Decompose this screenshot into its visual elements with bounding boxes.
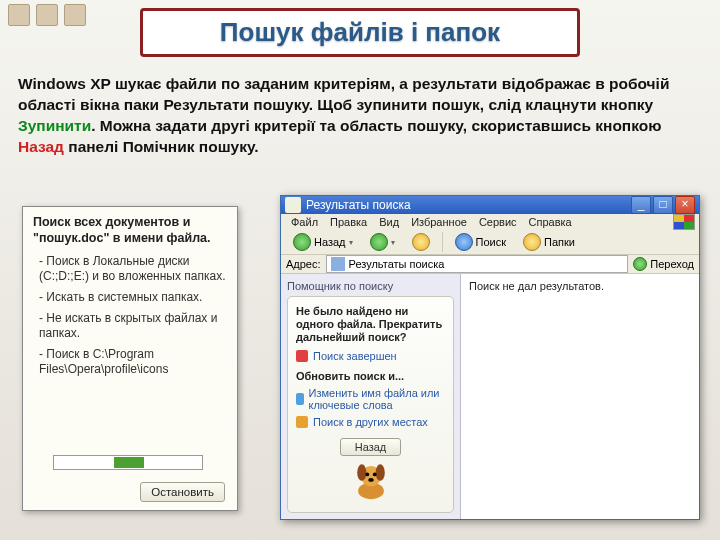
menu-bar: Файл Правка Вид Избранное Сервис Справка bbox=[281, 214, 699, 230]
progress-bar bbox=[53, 455, 203, 470]
popup-item: - Поиск в C:\Program Files\Opera\profile… bbox=[39, 347, 227, 377]
toolbar: Назад ▾ ▾ Поиск Папки bbox=[281, 230, 699, 255]
forward-button[interactable]: ▾ bbox=[363, 230, 402, 254]
body-seg4: панелі Помічник пошуку. bbox=[64, 138, 259, 155]
go-icon bbox=[633, 257, 647, 271]
svg-point-3 bbox=[375, 464, 384, 481]
popup-item: - Поиск в Локальные диски (C:;D:;E:) и в… bbox=[39, 254, 227, 284]
assistant-back-button[interactable]: Назад bbox=[340, 438, 402, 456]
search-elsewhere-label: Поиск в других местах bbox=[313, 416, 428, 428]
popup-header: Поиск всех документов и "пошук.doc" в им… bbox=[33, 215, 227, 246]
update-header: Обновить поиск и... bbox=[296, 370, 445, 382]
maximize-button[interactable]: □ bbox=[653, 196, 673, 214]
search-assistant-pane: Помощник по поиску Не было найдено ни од… bbox=[281, 274, 461, 519]
menu-view[interactable]: Вид bbox=[373, 216, 405, 228]
no-results-text: Поиск не дал результатов. bbox=[469, 280, 604, 292]
search-criteria-popup: Поиск всех документов и "пошук.doc" в им… bbox=[22, 206, 238, 511]
stop-button[interactable]: Остановить bbox=[140, 482, 225, 502]
popup-item: - Не искать в скрытых файлах и папках. bbox=[39, 311, 227, 341]
chevron-down-icon: ▾ bbox=[391, 238, 395, 247]
body-seg1: Windows XP bbox=[18, 75, 115, 92]
search-elsewhere-link[interactable]: Поиск в других местах bbox=[296, 416, 445, 428]
forward-icon bbox=[370, 233, 388, 251]
go-label: Переход bbox=[650, 258, 694, 270]
dog-assistant-icon[interactable] bbox=[348, 456, 394, 502]
menu-file[interactable]: Файл bbox=[285, 216, 324, 228]
go-button[interactable]: Переход bbox=[633, 257, 694, 271]
windows-flag-icon bbox=[673, 214, 695, 230]
address-bar: Адрес: Результаты поиска Переход bbox=[281, 255, 699, 274]
change-name-label: Изменить имя файла или ключевые слова bbox=[309, 387, 446, 411]
svg-point-5 bbox=[372, 472, 376, 476]
back-icon bbox=[293, 233, 311, 251]
window-body: Помощник по поиску Не было найдено ни од… bbox=[281, 274, 699, 519]
search-small-icon bbox=[296, 416, 308, 428]
search-done-label: Поиск завершен bbox=[313, 350, 397, 362]
folders-label: Папки bbox=[544, 236, 575, 248]
minimize-button[interactable]: _ bbox=[631, 196, 651, 214]
decor-icon bbox=[36, 4, 58, 26]
body-stop: Зупинити bbox=[18, 117, 91, 134]
menu-help[interactable]: Справка bbox=[523, 216, 578, 228]
svg-point-6 bbox=[368, 478, 374, 482]
search-icon bbox=[455, 233, 473, 251]
close-button[interactable]: × bbox=[675, 196, 695, 214]
results-area: Поиск не дал результатов. bbox=[461, 274, 699, 519]
svg-point-4 bbox=[365, 472, 369, 476]
back-label: Назад bbox=[314, 236, 346, 248]
folders-icon bbox=[523, 233, 541, 251]
menu-edit[interactable]: Правка bbox=[324, 216, 373, 228]
address-value: Результаты поиска bbox=[349, 258, 445, 270]
menu-tools[interactable]: Сервис bbox=[473, 216, 523, 228]
popup-item: - Искать в системных папках. bbox=[39, 290, 227, 305]
search-done-link[interactable]: Поиск завершен bbox=[296, 350, 445, 362]
address-input[interactable]: Результаты поиска bbox=[326, 255, 629, 273]
body-back: Назад bbox=[18, 138, 64, 155]
edit-icon bbox=[296, 393, 304, 405]
stop-icon bbox=[296, 350, 308, 362]
window-icon bbox=[285, 197, 301, 213]
body-seg3: . Можна задати другі критерії та область… bbox=[91, 117, 661, 134]
window-title: Результаты поиска bbox=[306, 198, 411, 212]
change-name-link[interactable]: Изменить имя файла или ключевые слова bbox=[296, 387, 445, 411]
assistant-header: Помощник по поиску bbox=[287, 280, 454, 292]
svg-point-2 bbox=[357, 464, 366, 481]
back-button[interactable]: Назад ▾ bbox=[286, 230, 360, 254]
address-icon bbox=[331, 257, 345, 271]
menu-fav[interactable]: Избранное bbox=[405, 216, 473, 228]
chevron-down-icon: ▾ bbox=[349, 238, 353, 247]
progress-fill bbox=[114, 457, 144, 468]
slide-title: Пошук файлів і папок bbox=[140, 8, 580, 57]
body-seg2: шукає файли по заданим критеріям, а резу… bbox=[18, 75, 669, 113]
assistant-message: Не было найдено ни одного файла. Прекрат… bbox=[296, 305, 445, 345]
corner-decor-icons bbox=[8, 4, 86, 26]
up-button[interactable] bbox=[405, 230, 437, 254]
search-button[interactable]: Поиск bbox=[448, 230, 513, 254]
search-label: Поиск bbox=[476, 236, 506, 248]
window-titlebar[interactable]: Результаты поиска _ □ × bbox=[281, 196, 699, 214]
results-window: Результаты поиска _ □ × Файл Правка Вид … bbox=[280, 195, 700, 520]
up-icon bbox=[412, 233, 430, 251]
slide-title-text: Пошук файлів і папок bbox=[220, 17, 500, 47]
body-paragraph: Windows XP шукає файли по заданим критер… bbox=[18, 74, 690, 158]
separator bbox=[442, 232, 443, 252]
decor-icon bbox=[64, 4, 86, 26]
decor-icon bbox=[8, 4, 30, 26]
assistant-panel: Не было найдено ни одного файла. Прекрат… bbox=[287, 296, 454, 513]
folders-button[interactable]: Папки bbox=[516, 230, 582, 254]
status-bar: Найдено файлов: 0 bbox=[281, 519, 699, 520]
address-label: Адрес: bbox=[286, 258, 321, 270]
